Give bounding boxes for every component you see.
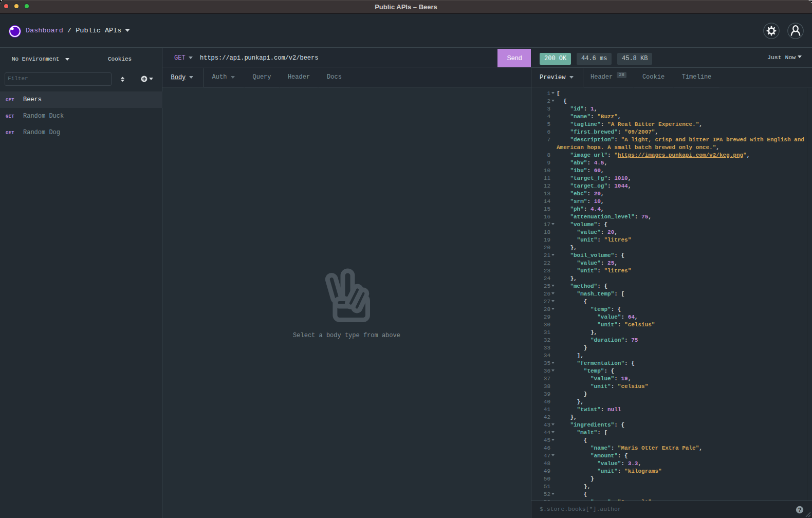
svg-text:?: ?	[798, 507, 802, 513]
